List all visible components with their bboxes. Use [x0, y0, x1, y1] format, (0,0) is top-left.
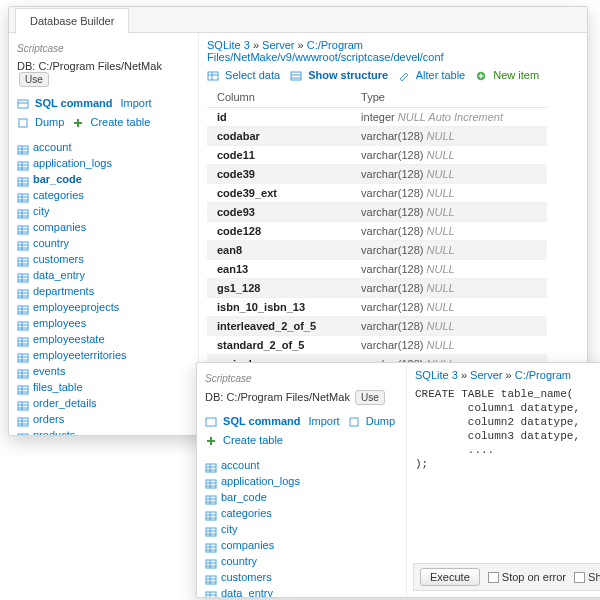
table-icon: [205, 573, 217, 583]
dump-icon: [17, 118, 29, 128]
table-item-orders[interactable]: orders: [17, 411, 190, 427]
table-item-customers[interactable]: customers: [17, 251, 190, 267]
table-item-application_logs[interactable]: application_logs: [205, 473, 398, 489]
show-label: Sho: [588, 571, 600, 583]
column-row[interactable]: code128varchar(128) NULL: [207, 222, 547, 241]
table-item-bar_code[interactable]: bar_code: [205, 489, 398, 505]
svg-rect-117: [208, 72, 218, 80]
table-item-employeestate[interactable]: employeestate: [17, 331, 190, 347]
table-icon: [205, 589, 217, 597]
crumb-server[interactable]: Server: [262, 39, 294, 51]
execute-button[interactable]: Execute: [420, 568, 480, 586]
column-row[interactable]: code93varchar(128) NULL: [207, 203, 547, 222]
sidebar-commands: SQL command Import Dump Create table: [17, 95, 190, 131]
table-icon: [17, 351, 29, 361]
table-item-data_entry[interactable]: data_entry: [205, 585, 398, 597]
crumb-path-short[interactable]: C:/Program: [515, 369, 571, 381]
column-row[interactable]: code11varchar(128) NULL: [207, 146, 547, 165]
column-row[interactable]: ean13varchar(128) NULL: [207, 260, 547, 279]
column-row[interactable]: code39varchar(128) NULL: [207, 165, 547, 184]
svg-rect-162: [206, 592, 216, 597]
crumb-engine[interactable]: SQLite 3: [415, 369, 458, 381]
table-item-products[interactable]: products: [17, 427, 190, 435]
svg-rect-9: [18, 162, 28, 170]
svg-rect-37: [18, 274, 28, 282]
create-table-link[interactable]: Create table: [72, 114, 150, 131]
column-row[interactable]: gs1_128varchar(128) NULL: [207, 279, 547, 298]
column-row[interactable]: code39_extvarchar(128) NULL: [207, 184, 547, 203]
table-item-companies[interactable]: companies: [17, 219, 190, 235]
overlay-sidebar: Scriptcase DB: C:/Program Files/NetMak U…: [197, 363, 407, 597]
sql-editor[interactable]: CREATE TABLE table_name( column1 datatyp…: [415, 387, 600, 471]
create-table-icon: [205, 436, 217, 446]
import-link[interactable]: Import: [309, 413, 340, 430]
table-item-categories[interactable]: categories: [205, 505, 398, 521]
table-icon: [205, 477, 217, 487]
column-row[interactable]: codabarvarchar(128) NULL: [207, 127, 547, 146]
sql-bottom-bar: Execute Stop on error Sho: [413, 563, 600, 591]
table-item-account[interactable]: account: [205, 457, 398, 473]
use-button[interactable]: Use: [355, 390, 385, 405]
table-item-employeeterritories[interactable]: employeeterritories: [17, 347, 190, 363]
th-column: Column: [207, 87, 351, 108]
table-item-country[interactable]: country: [205, 553, 398, 569]
table-icon: [17, 239, 29, 249]
column-row[interactable]: idinteger NULL Auto Increment: [207, 108, 547, 127]
table-icon: [17, 287, 29, 297]
table-item-categories[interactable]: categories: [17, 187, 190, 203]
svg-rect-150: [206, 544, 216, 552]
table-item-companies[interactable]: companies: [205, 537, 398, 553]
table-item-account[interactable]: account: [17, 139, 190, 155]
table-item-city[interactable]: city: [205, 521, 398, 537]
table-icon: [17, 159, 29, 169]
crumb-server[interactable]: Server: [470, 369, 502, 381]
svg-rect-126: [206, 418, 216, 426]
overlay-breadcrumb: SQLite 3 » Server » C:/Program: [415, 369, 600, 381]
svg-rect-5: [18, 146, 28, 154]
table-item-city[interactable]: city: [17, 203, 190, 219]
show-checkbox[interactable]: [574, 572, 585, 583]
table-item-application_logs[interactable]: application_logs: [17, 155, 190, 171]
table-icon: [17, 303, 29, 313]
table-item-employees[interactable]: employees: [17, 315, 190, 331]
svg-rect-127: [350, 418, 358, 426]
select-data-link[interactable]: Select data: [207, 69, 280, 81]
create-table-link[interactable]: Create table: [205, 432, 283, 449]
sql-command-link[interactable]: SQL command: [17, 95, 113, 112]
table-item-files_table[interactable]: files_table: [17, 379, 190, 395]
column-row[interactable]: interleaved_2_of_5varchar(128) NULL: [207, 317, 547, 336]
stop-on-error-checkbox[interactable]: [488, 572, 499, 583]
table-item-country[interactable]: country: [17, 235, 190, 251]
dump-link[interactable]: Dump: [17, 114, 64, 131]
table-toolbar: Select data Show structure Alter table N…: [207, 69, 579, 81]
crumb-engine[interactable]: SQLite 3: [207, 39, 250, 51]
show-structure-active[interactable]: Show structure: [290, 69, 388, 81]
alter-table-link[interactable]: Alter table: [398, 69, 465, 81]
table-item-order_details[interactable]: order_details: [17, 395, 190, 411]
column-row[interactable]: standard_2_of_5varchar(128) NULL: [207, 336, 547, 355]
table-item-events[interactable]: events: [17, 363, 190, 379]
dump-link[interactable]: Dump: [348, 413, 395, 430]
overlay-content: SQLite 3 » Server » C:/Program CREATE TA…: [407, 363, 600, 597]
new-item-link[interactable]: New item: [475, 69, 539, 81]
svg-rect-120: [291, 72, 301, 80]
svg-rect-45: [18, 306, 28, 314]
create-table-icon: [72, 118, 84, 128]
sql-command-link[interactable]: SQL command: [205, 413, 301, 430]
table-item-bar_code[interactable]: bar_code: [17, 171, 190, 187]
table-item-customers[interactable]: customers: [205, 569, 398, 585]
pencil-icon: [398, 71, 410, 81]
table-item-employeeprojects[interactable]: employeeprojects: [17, 299, 190, 315]
svg-rect-65: [18, 386, 28, 394]
tab-database-builder[interactable]: Database Builder: [15, 8, 129, 34]
db-selector: DB: C:/Program Files/NetMak Use: [205, 390, 398, 405]
svg-rect-77: [18, 434, 28, 435]
import-link[interactable]: Import: [121, 95, 152, 112]
table-icon: [17, 143, 29, 153]
svg-rect-25: [18, 226, 28, 234]
table-item-departments[interactable]: departments: [17, 283, 190, 299]
table-item-data_entry[interactable]: data_entry: [17, 267, 190, 283]
column-row[interactable]: ean8varchar(128) NULL: [207, 241, 547, 260]
column-row[interactable]: isbn_10_isbn_13varchar(128) NULL: [207, 298, 547, 317]
use-button[interactable]: Use: [19, 72, 49, 87]
